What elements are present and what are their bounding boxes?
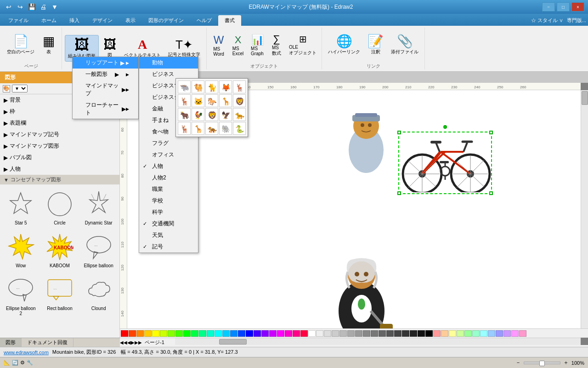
btab-docrecovery[interactable]: ドキュメント回復 [22,338,74,347]
color-swatch[interactable] [183,330,191,337]
animal-eagle[interactable]: 🦅 [219,108,232,121]
color-swatch[interactable] [332,330,339,337]
menu-transport[interactable]: 交通機関 [139,218,198,230]
menu-person2[interactable]: 人物2 [139,172,198,184]
concept-dynamicstar[interactable]: Dynamic Star [80,187,117,227]
color-swatch[interactable] [371,330,378,337]
ms-word-button[interactable]: W MSWord [209,32,228,58]
color-swatch[interactable] [316,330,323,337]
concept-ellipseballoon2[interactable]: ... Ellipse balloon 2 [3,273,39,318]
concept-map-header[interactable]: ▼ コンセプトマップ図形 [0,175,119,184]
menu-ripart[interactable]: リップアート ▶ [73,57,138,69]
handle-bl[interactable] [397,191,401,195]
animal-giraffe2[interactable]: 🦒 [192,122,204,135]
animal-deer[interactable]: 🦌 [233,80,246,93]
police-officer-figure[interactable] [339,113,394,197]
panel-section-person[interactable]: ▶ 人物 [0,163,119,175]
menu-school[interactable]: 学校 [139,195,198,207]
menu-science[interactable]: 科学 [139,207,198,218]
ole-button[interactable]: ⊞ OLEオブジェクト [287,32,319,58]
maximize-button[interactable]: □ [557,2,570,12]
color-swatch[interactable] [402,330,409,337]
table-button[interactable]: ▦ 表 [39,33,59,58]
color-swatch[interactable] [191,330,198,337]
color-swatch[interactable] [215,330,222,337]
concept-cloud[interactable]: Clound [80,273,117,318]
zoom-out-button[interactable]: － [515,359,521,367]
menu-person[interactable]: 人物 [139,161,198,172]
tab-insert[interactable]: 挿入 [63,15,86,26]
menu-weather[interactable]: 天気 [139,230,198,241]
color-swatch[interactable] [269,330,277,337]
menu-animal[interactable]: 動物 [139,57,198,69]
color-swatch[interactable] [347,330,355,337]
qa-btn-undo[interactable]: ↩ [4,2,14,12]
handle-tl[interactable] [397,131,401,134]
tab-file[interactable]: ファイル [2,15,35,26]
color-swatch[interactable] [480,330,487,337]
animal-chicken[interactable]: 🐓 [192,108,204,121]
zoom-in-button[interactable]: ＋ [563,359,569,367]
concept-star5[interactable]: Star 5 [3,187,39,227]
qa-btn-redo[interactable]: ↪ [15,2,25,12]
color-swatch[interactable] [511,330,519,337]
animal-snake[interactable]: 🐍 [233,122,246,135]
color-swatch[interactable] [293,330,300,337]
color-swatch[interactable] [285,330,292,337]
judge-figure[interactable] [329,256,394,338]
qa-btn-save[interactable]: 💾 [27,2,37,12]
handle-tr[interactable] [489,131,493,134]
animal-camel[interactable]: 🐫 [192,80,204,93]
color-swatch[interactable] [222,330,230,337]
color-swatch[interactable] [160,330,167,337]
menu-symbol[interactable]: 記号 [139,241,198,253]
page-nav-prev[interactable]: ◀ [120,340,124,345]
blank-page-button[interactable]: 📄 空白のページ [4,33,38,58]
tab-view[interactable]: 表示 [119,15,142,26]
color-swatch[interactable] [425,330,433,337]
ms-excel-button[interactable]: X MSExcel [229,33,247,58]
menu-flowchart[interactable]: フローチャート ▶ [73,99,138,119]
website-link[interactable]: www.edrawsoft.com [4,350,49,355]
color-swatch[interactable] [136,330,144,337]
color-swatch[interactable] [355,330,362,337]
zoom-slider[interactable] [524,362,560,364]
color-swatch[interactable] [238,330,245,337]
minimize-button[interactable]: － [542,2,555,12]
page-nav-first[interactable]: ◀◀ [124,340,131,345]
panel-section-bubble[interactable]: ▶ バブル図 [0,152,119,163]
panel-section-mindmap-symbol[interactable]: ▶ マインドマップ記号 [0,129,119,140]
color-swatch[interactable] [277,330,284,337]
menu-flag[interactable]: フラグ [139,138,198,149]
bicycle-selected[interactable] [398,132,492,194]
color-swatch[interactable] [433,330,441,337]
color-swatch[interactable] [339,330,347,337]
tab-format[interactable]: 書式 [218,15,241,26]
color-swatch[interactable] [246,330,253,337]
tab-design[interactable]: デザイン [86,15,119,26]
color-swatch[interactable] [254,330,261,337]
tab-help[interactable]: ヘルプ [190,15,218,26]
color-swatch[interactable] [175,330,183,337]
vscroll-thumb[interactable] [582,91,588,105]
ms-graph-button[interactable]: 📊 MSGraph [248,33,266,58]
color-swatch[interactable] [441,330,448,337]
color-swatch[interactable] [472,330,480,337]
color-swatch[interactable] [261,330,269,337]
color-swatch[interactable] [464,330,472,337]
animal-giraffe[interactable]: 🦒 [219,94,232,107]
page-nav-last[interactable]: ▶▶ [131,340,138,345]
color-swatch[interactable] [308,330,316,337]
tab-home[interactable]: ホーム [35,15,63,26]
close-button[interactable]: × [571,2,584,12]
color-swatch[interactable] [129,330,136,337]
color-swatch[interactable] [519,330,526,337]
page-nav-next[interactable]: ▶ [138,340,142,345]
zoom-slider-thumb[interactable] [539,361,545,366]
qa-btn-print[interactable]: 🖨 [38,2,48,12]
animal-cat2[interactable]: 🐱 [192,94,204,107]
annotation-button[interactable]: 📝 注釈 [364,33,387,58]
menu-general-shape[interactable]: 一般図形 ▶ [73,69,138,80]
color-swatch[interactable] [418,330,425,337]
color-dropdown[interactable]: ▼ [12,85,28,92]
